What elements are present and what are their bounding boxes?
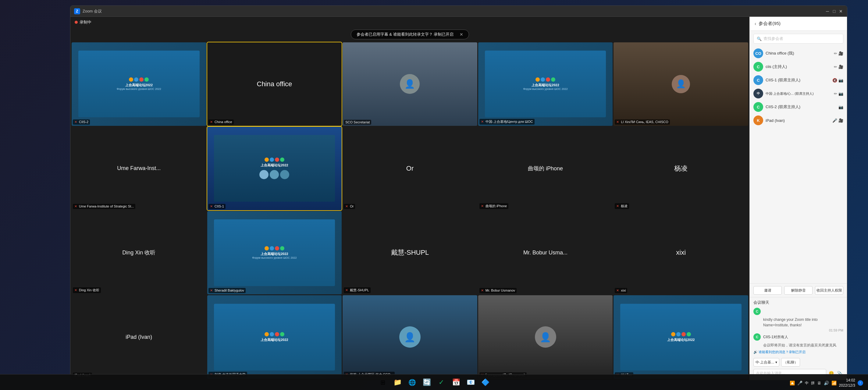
- ciis1-badge: 上合高端论坛2022: [214, 135, 335, 202]
- tray-mic-icon[interactable]: 🎤: [797, 381, 803, 385]
- liyong-content: 👤: [478, 295, 613, 379]
- cell-label-china-office: ✕ China office: [209, 120, 234, 125]
- video-cell-ume[interactable]: Ume Farwa-Inst... ✕ Ume Farwa-Institute …: [72, 127, 206, 210]
- chat-dropdown-arrow: ▾: [775, 360, 777, 364]
- participant-avatar-china-office: CO: [753, 48, 763, 58]
- participant-item-china-office[interactable]: CO China office (我) ✏ 🎥: [750, 46, 847, 60]
- video-cell-liujun[interactable]: 上合高端论坛2022 ✕ 刘俊-大连外国语大学: [207, 295, 342, 379]
- video-cell-ciis2[interactable]: 上合高端论坛2022 Форум высокого уровня ШОС 202…: [72, 42, 206, 126]
- video-cell-yangling[interactable]: 杨凌 ✕ 杨凌: [614, 127, 748, 210]
- notification-close[interactable]: ✕: [460, 32, 463, 37]
- tray-network-icon[interactable]: 🔼: [790, 381, 795, 385]
- liujun-icon-1: [265, 332, 269, 336]
- participant-item-ciis[interactable]: C ciis (主持人) ✏ 🎥: [750, 60, 847, 73]
- video-cell-china-sco[interactable]: 上合高端论坛2022 Форум высокого уровня ШОС 202…: [478, 42, 613, 126]
- panel-collapse-btn[interactable]: ‹: [755, 21, 756, 27]
- cell-label-or: ✕ Or: [344, 204, 355, 209]
- search-box[interactable]: 🔍 查找参会者: [753, 34, 843, 43]
- badge-icon-2: [134, 77, 138, 82]
- conf-badge-sheradil: 上合高端论坛2022 Форум высокого уровня ШОС 202…: [214, 219, 335, 286]
- cell-label-ciis1: ✕ CIIS-1: [209, 204, 225, 209]
- badge-icon-1: [129, 77, 133, 82]
- sheradil-icon-3: [275, 246, 279, 251]
- ipad-mic-icon: 🎤: [832, 118, 837, 123]
- video-cell-xixi[interactable]: xixi ✕ xixi: [614, 211, 748, 295]
- zoom-body: 录制中 参会者已启用字幕 & 谁能看到此转录文字？ 录制已开启 ✕: [70, 17, 847, 380]
- video-cell-xutao[interactable]: 上合高端论坛2022 ✕ XU Tao: [614, 295, 748, 379]
- minimize-button[interactable]: ─: [825, 9, 830, 14]
- participant-video-icon: 🎥: [838, 51, 843, 56]
- video-cell-ipad[interactable]: iPad (Ivan) iPad (Ivan): [72, 295, 206, 379]
- recording-label: 录制中: [80, 20, 91, 25]
- unmute-all-button[interactable]: 解除静音: [784, 286, 812, 295]
- zoom-window: Z Zoom 会议 ─ □ ✕ 录制中 参会者已启用字幕 & 谁能看到此转录文字…: [70, 5, 847, 380]
- ipad-video-icon: 🎥: [838, 118, 843, 123]
- conf-badge-subtitle-1: Форум высокого уровня ШОС 2022: [117, 88, 161, 91]
- subtitle-notice[interactable]: 🔊 谁能看到您的消息？录制已开启: [750, 349, 847, 356]
- taskbar-refresh-icon[interactable]: 🔄: [420, 376, 433, 389]
- video-cell-bobur[interactable]: Mr. Bobur Usma... ✕ Mr. Bobur Usmanov: [478, 211, 613, 295]
- search-placeholder: 查找参会者: [764, 36, 840, 41]
- tray-display-icon[interactable]: 🖥: [817, 381, 822, 385]
- participant-item-ciis1[interactable]: C CIIS-1 (联席主持人) 🔇 📷: [750, 73, 847, 87]
- close-button[interactable]: ✕: [838, 9, 843, 14]
- ciis1-video-icon: 📷: [838, 78, 843, 83]
- participant-name-china-office: China office (我): [766, 51, 831, 56]
- notification-pill: 参会者已启用字幕 & 谁能看到此转录文字？ 录制已开启 ✕: [351, 30, 469, 39]
- video-cell-ciis1[interactable]: 上合高端论坛2022 ✕ CIIS-1: [207, 127, 342, 210]
- ipad-main-text: iPad (Ivan): [123, 331, 155, 344]
- video-cell-daihui[interactable]: 戴慧-SHUPL ✕ 戴慧-SHUPL: [343, 211, 477, 295]
- taskbar-calendar-icon[interactable]: 📅: [450, 376, 462, 389]
- participants-panel: ‹ 参会者(95) 🔍 查找参会者 CO China office (我) ✏ …: [749, 17, 847, 380]
- participant-item-china-sco[interactable]: 中 中国·上合基地/心... (联席主持人) ✏ 📷: [750, 87, 847, 100]
- participant-avatar-ipad: K: [753, 116, 763, 125]
- chat-private-label[interactable]: （私聊）: [781, 358, 800, 366]
- video-cell-china-office[interactable]: China office ✕ China office: [207, 42, 342, 126]
- tray-volume-icon[interactable]: 🔊: [824, 381, 829, 385]
- revoke-host-button[interactable]: 收回主持人权限: [815, 286, 843, 295]
- taskbar-files-icon[interactable]: 📁: [391, 376, 404, 389]
- chat-sender-2: C CIIS-1对所有人: [750, 332, 847, 342]
- participant-name-ipad: iPad (Ivan): [766, 118, 830, 123]
- taskbar-edge-icon[interactable]: 🌐: [406, 376, 418, 389]
- video-cell-sco[interactable]: 👤 SCO Secretariat: [343, 42, 477, 126]
- taskbar-mail-icon[interactable]: 📧: [464, 376, 477, 389]
- participant-item-ipad-ivan[interactable]: K iPad (Ivan) 🎤 🎥: [750, 113, 847, 127]
- tray-notification-badge[interactable]: !: [858, 380, 863, 386]
- participant-icons-china-office: ✏ 🎥: [834, 51, 843, 56]
- tray-lang-zh-icon[interactable]: 中: [805, 381, 809, 386]
- video-cell-liyong[interactable]: 👤 ✕ li yongquan(Ли Юнцюань): [478, 295, 613, 379]
- participant-item-ciis2[interactable]: C CIIS-2 (联席主持人) 📷: [750, 100, 847, 113]
- video-cell-or[interactable]: Or ✕ Or: [343, 127, 477, 210]
- tray-lang-pin-icon[interactable]: 拼: [811, 381, 815, 386]
- tray-wifi-icon[interactable]: 📶: [831, 381, 837, 385]
- taskbar-start-icon[interactable]: ⊞: [376, 376, 389, 389]
- chat-to-label: 中·上合基...: [755, 360, 774, 365]
- video-cell-zhangzhu[interactable]: 👤 ✕ 张桩-上合示范区 张大 SCO...: [343, 295, 477, 379]
- china-sco-pencil-icon: ✏: [834, 91, 837, 96]
- participant-avatar-ciis: C: [753, 62, 763, 72]
- invite-button[interactable]: 邀请: [753, 286, 782, 295]
- chat-sender-name-2: CIIS-1对所有人: [763, 334, 788, 340]
- sco-avatar: 👤: [400, 74, 420, 94]
- title-bar: Z Zoom 会议 ─ □ ✕: [70, 6, 847, 17]
- video-cell-dingxin[interactable]: Ding Xin 收听 ✕ Ding Xin 收听: [72, 211, 206, 295]
- taskbar-check-icon[interactable]: ✓: [435, 376, 448, 389]
- chat-avatar-1: C: [753, 308, 761, 315]
- video-cell-lixin[interactable]: 👤 ✕ LI Xin/ЛИ Синь, IEAS, CHISCO: [614, 42, 748, 126]
- zhangzhu-avatar: 👤: [399, 326, 421, 348]
- search-icon: 🔍: [757, 37, 762, 41]
- sheradil-badge-title: 上合高端论坛2022: [260, 252, 288, 256]
- maximize-button[interactable]: □: [832, 9, 837, 14]
- video-cell-quye[interactable]: 曲颂的 iPhone ✕ 曲颂的 iPhone: [478, 127, 613, 210]
- cell-label-sheradil: ✕ Sheradil Baktygulov: [209, 288, 246, 293]
- chat-to-dropdown[interactable]: 中·上合基... ▾: [753, 358, 779, 366]
- cell-label-ume: ✕ Ume Farwa-Institute of Strategic St...: [73, 204, 135, 209]
- ciis1-badge-icons: [265, 158, 284, 162]
- video-cell-sheradil[interactable]: 上合高端论坛2022 Форум высокого уровня ШОС 202…: [207, 211, 342, 295]
- ciis-video-icon: 🎥: [838, 65, 843, 69]
- taskbar-diamond-icon[interactable]: 🔷: [479, 376, 492, 389]
- recording-dot: [75, 21, 78, 24]
- participant-icons-ciis1: 🔇 📷: [832, 78, 843, 83]
- ciis1-person-3: [280, 170, 289, 179]
